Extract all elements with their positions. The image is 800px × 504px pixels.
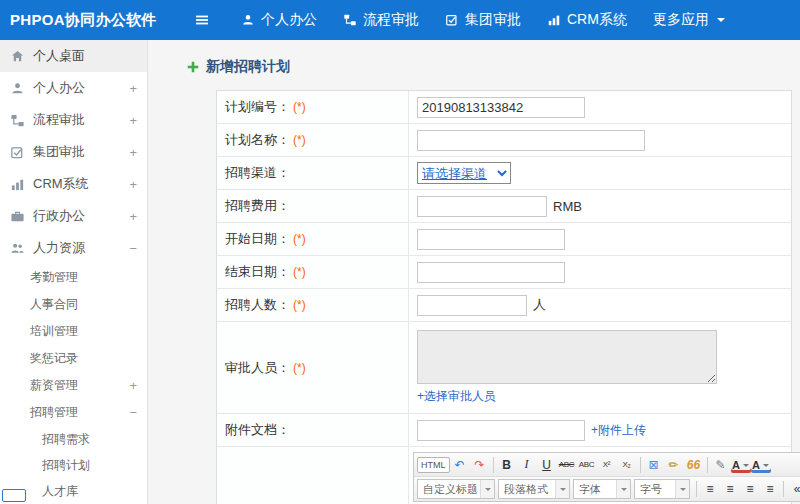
channel-select[interactable]: 请选择渠道 xyxy=(417,162,511,184)
sidebar-item-admin-office[interactable]: 行政办公 + xyxy=(0,200,147,232)
field-label: 开始日期： (*) xyxy=(217,223,409,255)
separator xyxy=(640,457,641,473)
collapse-icon: − xyxy=(129,241,137,256)
subscript-icon[interactable]: X₂ xyxy=(617,455,637,475)
underline-icon[interactable]: U xyxy=(537,455,557,475)
form-row-start-date: 开始日期： (*) xyxy=(217,223,791,256)
top-nav: 个人办公 流程审批 集团审批 CRM系统 更多应用 xyxy=(228,0,738,40)
align-justify-icon[interactable]: ≡ xyxy=(760,479,780,499)
plan-name-input[interactable] xyxy=(417,130,645,151)
font-family-select[interactable]: 字体 xyxy=(573,479,631,499)
sidebar-subitem-label: 奖惩记录 xyxy=(30,350,78,367)
topbar: PHPOA协同办公软件 个人办公 流程审批 集团审批 CRM系统 更多应用 xyxy=(0,0,800,40)
align-right-icon[interactable]: ≡ xyxy=(740,479,760,499)
undo-icon[interactable]: ↶ xyxy=(450,455,470,475)
app-logo: PHPOA协同办公软件 xyxy=(0,11,148,30)
blockquote-icon[interactable]: 66 xyxy=(684,455,704,475)
chart-icon xyxy=(10,177,25,192)
bg-color-icon[interactable]: A xyxy=(751,457,771,473)
form-row-description: HTML ↶ ↷ B I xyxy=(217,447,791,504)
end-date-input[interactable] xyxy=(417,262,565,283)
attachment-input[interactable] xyxy=(417,420,585,441)
sidebar-item-attendance[interactable]: 考勤管理 xyxy=(0,264,147,291)
cost-input[interactable] xyxy=(417,196,547,217)
form-row-plan-number: 计划编号： (*) xyxy=(217,91,791,124)
nav-group-approval[interactable]: 集团审批 xyxy=(432,0,534,40)
italic-icon[interactable]: I xyxy=(517,455,537,475)
sidebar-subitem-label: 培训管理 xyxy=(30,323,78,340)
sidebar-item-crm[interactable]: CRM系统 + xyxy=(0,168,147,200)
field-label: 招聘人数： (*) xyxy=(217,289,409,321)
superscript-icon[interactable]: X² xyxy=(597,455,617,475)
headcount-input[interactable] xyxy=(417,295,527,316)
attachment-upload-link[interactable]: +附件上传 xyxy=(591,422,646,439)
align-left-icon[interactable]: ≡ xyxy=(700,479,720,499)
nav-label: 集团审批 xyxy=(465,11,521,29)
form-row-approvers: 审批人员： (*) +选择审批人员 xyxy=(217,322,791,414)
form-row-cost: 招聘费用： RMB xyxy=(217,190,791,223)
add-icon xyxy=(186,60,200,74)
required-mark: (*) xyxy=(293,265,306,279)
expand-icon: + xyxy=(129,378,137,393)
sidebar-item-desktop[interactable]: 个人桌面 xyxy=(0,40,147,72)
font-color-icon[interactable]: A xyxy=(731,457,751,473)
expand-icon: + xyxy=(129,113,137,128)
expand-icon: + xyxy=(129,177,137,192)
nav-crm[interactable]: CRM系统 xyxy=(534,0,640,40)
paragraph-format-select[interactable]: 段落格式 xyxy=(498,479,570,499)
redo-icon[interactable]: ↷ xyxy=(470,455,490,475)
html-source-button[interactable]: HTML xyxy=(417,457,450,473)
field-label: 计划名称： (*) xyxy=(217,124,409,156)
strikethrough-icon[interactable]: ABC xyxy=(557,455,577,475)
approvers-textarea[interactable] xyxy=(417,330,717,384)
floating-widget[interactable] xyxy=(2,489,26,502)
sidebar-item-training[interactable]: 培训管理 xyxy=(0,318,147,345)
nav-more-apps[interactable]: 更多应用 xyxy=(640,0,738,40)
spellcheck-icon[interactable]: ABC xyxy=(577,455,597,475)
remove-format-icon[interactable]: ⊠ xyxy=(644,455,664,475)
sidebar-item-recruit-demand[interactable]: 招聘需求 xyxy=(0,426,147,452)
nav-label: 更多应用 xyxy=(653,11,709,29)
sidebar-item-personal-office[interactable]: 个人办公 + xyxy=(0,72,147,104)
approval-icon xyxy=(10,145,25,160)
select-approvers-link[interactable]: +选择审批人员 xyxy=(417,388,496,405)
format-brush-icon[interactable]: ✏ xyxy=(664,455,684,475)
indent-decrease-icon[interactable]: « xyxy=(787,479,800,499)
start-date-input[interactable] xyxy=(417,229,565,250)
sidebar-item-rewards[interactable]: 奖惩记录 xyxy=(0,345,147,372)
form-row-channel: 招聘渠道： 请选择渠道 xyxy=(217,157,791,190)
user-icon xyxy=(10,81,25,96)
field-label: 计划编号： (*) xyxy=(217,91,409,123)
plan-number-input[interactable] xyxy=(417,97,585,118)
sidebar-subitem-label: 招聘需求 xyxy=(42,431,90,448)
sidebar-item-workflow[interactable]: 流程审批 + xyxy=(0,104,147,136)
font-size-select[interactable]: 字号 xyxy=(634,479,690,499)
required-mark: (*) xyxy=(293,133,306,147)
hr-submenu: 考勤管理 人事合同 培训管理 奖惩记录 xyxy=(0,264,147,426)
align-center-icon[interactable]: ≡ xyxy=(720,479,740,499)
field-label: 附件文档： xyxy=(217,414,409,446)
nav-workflow-approval[interactable]: 流程审批 xyxy=(330,0,432,40)
sidebar-item-label: 集团审批 xyxy=(33,143,85,161)
menu-icon[interactable] xyxy=(190,8,214,32)
bold-icon[interactable]: B xyxy=(497,455,517,475)
sidebar-item-hr[interactable]: 人力资源 − xyxy=(0,232,147,264)
required-mark: (*) xyxy=(293,232,306,246)
field-label xyxy=(217,447,409,504)
sidebar-item-group-approval[interactable]: 集团审批 + xyxy=(0,136,147,168)
sidebar-subitem-label: 薪资管理 xyxy=(30,377,78,394)
nav-personal-office[interactable]: 个人办公 xyxy=(228,0,330,40)
chevron-down-icon xyxy=(480,480,494,498)
sidebar-item-recruitment[interactable]: 招聘管理 − xyxy=(0,399,147,426)
custom-heading-select[interactable]: 自定义标题 xyxy=(417,479,495,499)
people-icon xyxy=(10,241,25,256)
pencil-icon[interactable]: ✎ xyxy=(711,455,731,475)
form-row-attachment: 附件文档： +附件上传 xyxy=(217,414,791,447)
sidebar-item-recruit-plan[interactable]: 招聘计划 xyxy=(0,452,147,478)
recruitment-plan-form: 计划编号： (*) 计划名称： (*) xyxy=(216,90,792,504)
sidebar-subitem-label: 人事合同 xyxy=(30,296,78,313)
sidebar-subitem-label: 人才库 xyxy=(42,483,78,500)
sidebar-item-salary[interactable]: 薪资管理 + xyxy=(0,372,147,399)
sidebar-item-hr-contract[interactable]: 人事合同 xyxy=(0,291,147,318)
workflow-icon xyxy=(10,113,25,128)
